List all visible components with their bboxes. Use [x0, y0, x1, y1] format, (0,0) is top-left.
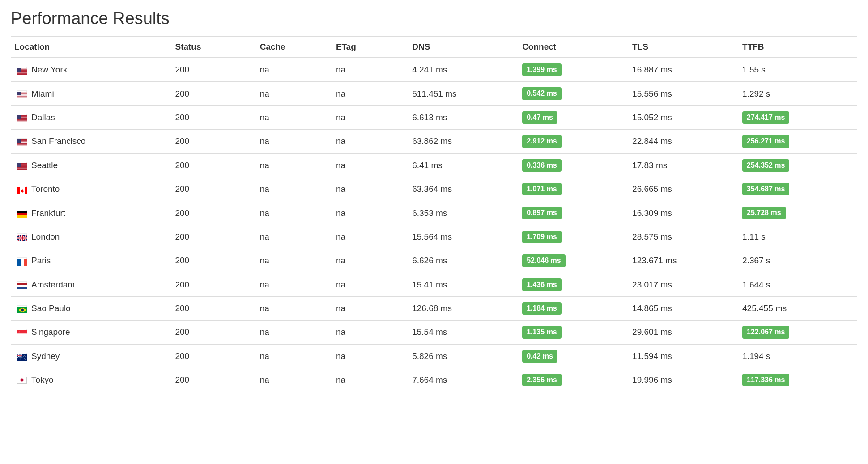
- cell-ttfb: 122.067 ms: [739, 321, 857, 344]
- col-connect[interactable]: Connect: [519, 37, 629, 58]
- us-flag-icon: [17, 67, 27, 73]
- ttfb-badge: 117.336 ms: [742, 374, 789, 386]
- cell-etag: na: [332, 201, 408, 225]
- location-name: Toronto: [31, 184, 60, 194]
- cell-dns: 7.664 ms: [408, 368, 519, 392]
- table-row[interactable]: Seattle200nana6.41 ms0.336 ms17.83 ms254…: [11, 153, 857, 177]
- svg-point-103: [23, 357, 24, 357]
- cell-dns: 6.613 ms: [408, 105, 519, 129]
- col-location[interactable]: Location: [11, 37, 171, 58]
- location-name: Seattle: [31, 160, 58, 170]
- cell-etag: na: [332, 368, 408, 392]
- ttfb-badge: 122.067 ms: [742, 326, 789, 338]
- cell-location: Miami: [11, 82, 171, 105]
- cell-cache: na: [256, 201, 332, 225]
- table-row[interactable]: Singapore200nana15.54 ms1.135 ms29.601 m…: [11, 321, 857, 344]
- ttfb-badge: 274.417 ms: [742, 111, 789, 124]
- svg-rect-76: [17, 167, 27, 168]
- cell-dns: 15.54 ms: [408, 321, 519, 344]
- svg-rect-62: [17, 146, 27, 146]
- svg-rect-54: [17, 145, 27, 146]
- location-name: Dallas: [31, 113, 55, 122]
- us-flag-icon: [17, 138, 27, 145]
- table-row[interactable]: Tokyo200nana7.664 ms2.356 ms19.996 ms117…: [11, 368, 857, 392]
- cell-connect: 1.071 ms: [519, 177, 629, 201]
- svg-rect-28: [17, 96, 27, 96]
- table-row[interactable]: New York200nana4.241 ms1.399 ms16.887 ms…: [11, 58, 857, 82]
- cell-dns: 6.41 ms: [408, 153, 519, 177]
- location-name: Miami: [31, 89, 54, 99]
- svg-rect-36: [17, 119, 27, 120]
- table-row[interactable]: Amsterdam200nana15.41 ms1.436 ms23.017 m…: [11, 273, 857, 296]
- cell-connect: 0.42 ms: [519, 344, 629, 368]
- table-row[interactable]: San Francisco200nana63.862 ms2.912 ms22.…: [11, 130, 857, 153]
- col-dns[interactable]: DNS: [408, 37, 519, 58]
- au-flag-icon: [17, 353, 27, 359]
- svg-point-99: [20, 359, 21, 359]
- cell-ttfb: 1.292 s: [739, 82, 857, 105]
- table-row[interactable]: Frankfurt200nana6.353 ms0.897 ms16.309 m…: [11, 201, 857, 225]
- col-etag[interactable]: ETag: [332, 37, 408, 58]
- cell-ttfb: 1.11 s: [739, 225, 857, 249]
- svg-point-102: [24, 358, 25, 359]
- svg-rect-12: [17, 72, 27, 72]
- col-tls[interactable]: TLS: [629, 37, 739, 58]
- svg-point-100: [24, 355, 25, 356]
- connect-badge: 2.356 ms: [522, 374, 562, 386]
- connect-badge: 0.897 ms: [522, 207, 562, 219]
- svg-rect-52: [17, 143, 27, 143]
- cell-location: Toronto: [11, 177, 171, 201]
- cell-status: 200: [171, 368, 256, 392]
- table-row[interactable]: Miami200nana511.451 ms0.542 ms15.556 ms1…: [11, 82, 857, 105]
- svg-rect-21: [17, 96, 27, 97]
- table-row[interactable]: Dallas200nana6.613 ms0.47 ms15.052 ms274…: [11, 105, 857, 129]
- table-row[interactable]: Sao Paulo200nana126.68 ms1.184 ms14.865 …: [11, 296, 857, 320]
- ttfb-badge: 256.271 ms: [742, 135, 789, 148]
- connect-badge: 2.912 ms: [522, 135, 562, 148]
- cell-ttfb: 1.55 s: [739, 58, 857, 82]
- svg-rect-87: [21, 259, 24, 266]
- svg-rect-91: [17, 287, 27, 289]
- svg-rect-20: [17, 95, 27, 96]
- svg-rect-15: [17, 68, 21, 72]
- col-cache[interactable]: Cache: [256, 37, 332, 58]
- cell-ttfb: 1.644 s: [739, 273, 857, 296]
- cell-cache: na: [256, 296, 332, 320]
- svg-rect-5: [17, 72, 27, 73]
- svg-rect-63: [17, 139, 21, 143]
- cell-location: Frankfurt: [11, 201, 171, 225]
- br-flag-icon: [17, 305, 27, 312]
- col-status[interactable]: Status: [171, 37, 256, 58]
- cell-tls: 26.665 ms: [629, 177, 739, 201]
- cell-status: 200: [171, 344, 256, 368]
- location-name: San Francisco: [31, 136, 85, 146]
- cell-connect: 1.399 ms: [519, 58, 629, 82]
- cell-location: Seattle: [11, 153, 171, 177]
- cell-etag: na: [332, 296, 408, 320]
- cell-status: 200: [171, 58, 256, 82]
- col-ttfb[interactable]: TTFB: [739, 37, 857, 58]
- svg-rect-22: [17, 97, 27, 98]
- fr-flag-icon: [17, 257, 27, 264]
- svg-rect-88: [24, 259, 27, 266]
- ca-flag-icon: [17, 186, 27, 193]
- cell-etag: na: [332, 82, 408, 105]
- cell-connect: 1.436 ms: [519, 273, 629, 296]
- table-row[interactable]: Toronto200nana63.364 ms1.071 ms26.665 ms…: [11, 177, 857, 201]
- cell-status: 200: [171, 177, 256, 201]
- cell-dns: 126.68 ms: [408, 296, 519, 320]
- table-row[interactable]: London200nana15.564 ms1.709 ms28.575 ms1…: [11, 225, 857, 249]
- svg-rect-14: [17, 74, 27, 75]
- svg-rect-84: [17, 215, 27, 218]
- svg-rect-30: [17, 98, 27, 98]
- cell-cache: na: [256, 58, 332, 82]
- table-row[interactable]: Paris200nana6.626 ms52.046 ms123.671 ms2…: [11, 249, 857, 273]
- svg-rect-79: [17, 163, 21, 167]
- cell-status: 200: [171, 321, 256, 344]
- location-name: Amsterdam: [31, 280, 75, 290]
- svg-point-97: [19, 331, 21, 333]
- cell-tls: 29.601 ms: [629, 321, 739, 344]
- connect-badge: 1.399 ms: [522, 63, 562, 76]
- svg-rect-90: [17, 285, 27, 287]
- table-row[interactable]: Sydney200nana5.826 ms0.42 ms11.594 ms1.1…: [11, 344, 857, 368]
